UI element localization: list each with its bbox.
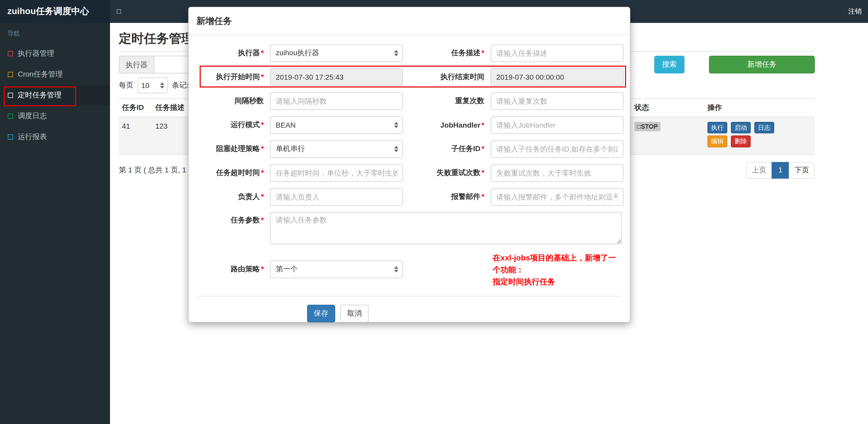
save-button[interactable]: 保存 [307,305,335,322]
delete-button[interactable]: 删除 [731,136,751,148]
alarm-email-field-label: 报警邮件* [403,192,491,202]
sidebar-item-label: 执行器管理 [18,49,54,58]
modal-footer: 保存 取消 [196,296,622,322]
feature-note: 在xxl-jobs项目的基础上，新增了一个功能： 指定时间执行任务 [493,251,622,288]
per-page-value: 10 [141,81,149,90]
app-root: zuihou任务调度中心 □ 注销 导航 执行器管理 Cron任务管理 定时任务… [0,0,868,424]
per-page-select[interactable]: 10 [137,77,168,93]
cell-status: □STOP [631,117,704,155]
modal-body: 执行器* zuihou执行器 任务描述* 执行开始时间* [189,35,630,322]
prev-page-button[interactable]: 上页 [746,162,772,179]
executor-select[interactable]: zuihou执行器 [270,44,403,62]
child-task-field-label: 子任务ID* [403,144,491,154]
task-params-textarea[interactable] [270,212,622,244]
repeat-field-label: 重复次数 [403,96,491,106]
pagination: 上页 1 下页 [747,162,815,179]
select-arrows-icon [394,146,398,152]
jobhandler-field-label: JobHandler* [403,121,491,129]
child-task-input[interactable] [491,140,623,158]
square-icon [8,113,13,119]
edit-button[interactable]: 编辑 [707,136,727,148]
sidebar-item-run-report[interactable]: 运行报表 [0,127,110,148]
sidebar-item-dispatch-log[interactable]: 调度日志 [0,106,110,127]
start-time-field-label: 执行开始时间* [196,72,270,82]
header-status: 状态 [631,99,704,117]
square-icon [8,72,13,77]
task-desc-field-label: 任务描述* [403,48,491,58]
log-button[interactable]: 日志 [754,122,774,134]
alarm-email-input[interactable] [491,188,623,206]
task-desc-input[interactable] [491,44,623,62]
logout-link[interactable]: 注销 [848,0,862,23]
repeat-count-input[interactable] [491,92,623,110]
next-page-button[interactable]: 下页 [789,162,815,179]
timeout-input[interactable] [270,164,403,182]
sidebar-item-scheduled-task[interactable]: 定时任务管理 [0,85,110,106]
square-icon [8,93,13,98]
app-brand: zuihou任务调度中心 [0,0,110,23]
sidebar-section-label: 导航 [0,23,110,43]
sidebar-item-label: 定时任务管理 [18,91,62,100]
modal-header: 新增任务 [189,7,630,35]
interval-field-label: 间隔秒数 [196,96,270,106]
sidebar-item-label: Cron任务管理 [18,70,63,79]
per-page-prefix: 每页 [119,81,133,90]
add-task-button[interactable]: 新增任务 [709,56,815,73]
start-time-input[interactable] [270,68,403,86]
sidebar-item-cron-task[interactable]: Cron任务管理 [0,64,110,85]
timeout-field-label: 任务超时时间* [196,168,270,177]
square-icon [8,51,13,56]
square-icon [8,134,13,140]
current-page-button[interactable]: 1 [772,162,789,179]
cell-task-id: 41 [119,117,152,155]
block-strategy-select[interactable]: 单机串行 [270,140,403,158]
cell-actions: 执行 启动 日志 编辑 删除 [704,117,815,155]
select-arrows-icon [394,122,398,128]
route-strategy-select[interactable]: 第一个 [270,260,403,278]
select-arrows-icon [160,82,164,89]
run-mode-field-label: 运行模式* [196,120,270,130]
route-strategy-field-label: 路由策略* [196,264,270,274]
owner-input[interactable] [270,188,403,206]
header-task-id: 任务ID [119,99,152,117]
end-time-input[interactable] [491,68,623,86]
retry-field-label: 失败重试次数* [403,168,491,177]
retry-count-input[interactable] [491,164,623,182]
sidebar-toggle-icon[interactable]: □ [117,0,121,23]
task-params-field-label: 任务参数* [196,212,270,225]
sidebar: 导航 执行器管理 Cron任务管理 定时任务管理 调度日志 运行报表 [0,23,110,424]
add-task-modal: 新增任务 执行器* zuihou执行器 任务描述* [188,7,630,322]
sidebar-item-label: 运行报表 [18,132,47,142]
start-button[interactable]: 启动 [731,122,751,134]
modal-title: 新增任务 [196,16,232,26]
select-arrows-icon [394,266,398,272]
select-arrows-icon [394,50,398,56]
header-actions: 操作 [704,99,815,117]
cancel-button[interactable]: 取消 [340,305,369,322]
run-mode-select[interactable]: BEAN [270,116,403,134]
block-strategy-field-label: 阻塞处理策略* [196,144,270,154]
executor-field-label: 执行器* [196,48,270,58]
search-button[interactable]: 搜索 [654,56,684,73]
owner-field-label: 负责人* [196,192,270,202]
status-badge: □STOP [634,122,660,131]
sidebar-item-label: 调度日志 [18,111,47,121]
executor-filter-label: 执行器 [119,56,154,73]
interval-input[interactable] [270,92,403,110]
jobhandler-input[interactable] [491,116,623,134]
end-time-field-label: 执行结束时间 [403,72,491,82]
run-button[interactable]: 执行 [707,122,727,134]
sidebar-item-executor-manage[interactable]: 执行器管理 [0,43,110,64]
